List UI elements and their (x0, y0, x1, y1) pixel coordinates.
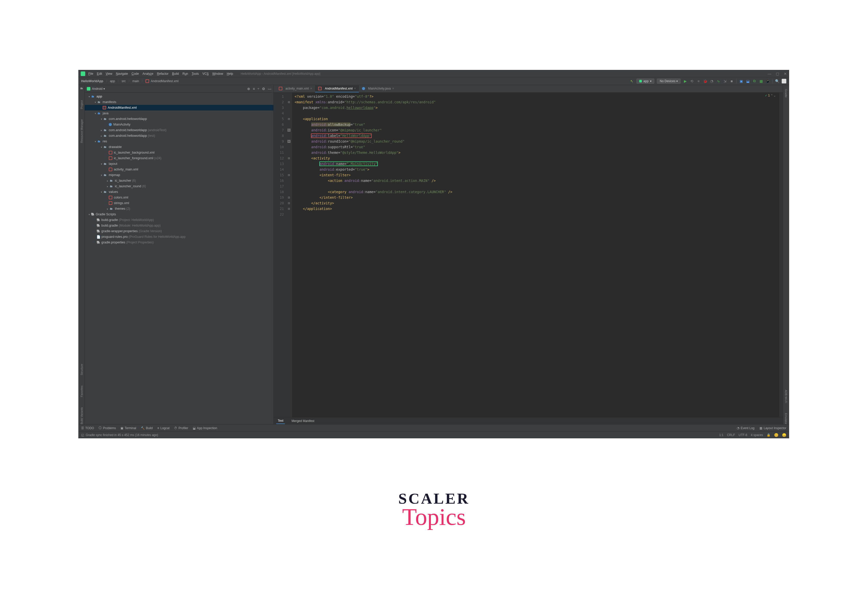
status-caret-pos[interactable]: 1:1 (719, 433, 723, 437)
project-tree[interactable]: ▾app ▾manifests AndroidManifest.xml ▾jav… (85, 93, 274, 424)
menu-run[interactable]: Run (183, 72, 188, 75)
close-icon[interactable]: ✕ (784, 72, 787, 76)
collapse-all-icon[interactable]: ÷ (257, 87, 259, 91)
left-tool-rail: 🖿 Project Resource Manager Structure Fav… (78, 85, 85, 424)
gutter-icons: ⊟⊟🖼🖼⊟⊟⊡⊡⊡ (286, 93, 292, 417)
device-explorer-icon[interactable]: 📱 (766, 79, 770, 83)
device-selector-combo[interactable]: No Devices ▾ (657, 78, 681, 84)
tw-build[interactable]: 🔨Build (141, 426, 153, 430)
menu-build[interactable]: Build (172, 72, 179, 75)
expand-all-icon[interactable]: ≡ (253, 87, 255, 91)
crumb-file[interactable]: AndroidManifest.xml (151, 79, 179, 83)
menu-tools[interactable]: Tools (192, 72, 199, 75)
apply-changes-icon[interactable]: ⟲ (690, 79, 694, 83)
android-studio-logo-icon (81, 71, 85, 76)
avd-manager-icon[interactable]: ▣ (739, 79, 743, 83)
code-editor[interactable]: 12345678910111213141516171819202122 ⊟⊟🖼🖼… (274, 93, 783, 417)
menu-navigate[interactable]: Navigate (116, 72, 128, 75)
tab-android-manifest[interactable]: AndroidManifest.xml× (315, 85, 359, 92)
navigation-bar: HelloWorldApp〉 app〉 src〉 main〉 AndroidMa… (78, 77, 789, 85)
tw-event-log[interactable]: ◔Event Log (737, 426, 754, 430)
coverage-icon[interactable]: ◔ (710, 79, 714, 83)
crumb-project[interactable]: HelloWorldApp (81, 79, 103, 83)
menu-file[interactable]: File (88, 72, 93, 75)
project-view-selector[interactable]: Android ▾ (92, 87, 105, 91)
code-content[interactable]: <?xml version="1.0" encoding="utf-8"?> <… (292, 93, 779, 417)
rail-adb-wifi[interactable]: ADB Wi-Fi (785, 390, 788, 403)
menu-refactor[interactable]: Refactor (157, 72, 169, 75)
face-happy-icon[interactable]: 😊 (774, 433, 778, 437)
tw-terminal[interactable]: ▣Terminal (120, 426, 136, 430)
tw-app-inspection[interactable]: ⬓App Inspection (193, 426, 217, 430)
lock-icon[interactable]: 🔒 (767, 433, 770, 437)
rail-project-icon[interactable]: 🖿 (80, 87, 83, 90)
menu-help[interactable]: Help (227, 72, 233, 75)
apply-code-icon[interactable]: ≡ (696, 79, 701, 83)
face-sad-icon[interactable]: 😞 (782, 433, 786, 437)
tw-problems[interactable]: ⓘProblems (99, 426, 116, 430)
settings-icon[interactable]: ⚙ (262, 87, 265, 91)
status-encoding[interactable]: UTF-8 (739, 433, 747, 437)
status-bar: ◱ Gradle sync finished in 45 s 452 ms (1… (78, 431, 789, 438)
hide-icon[interactable]: — (268, 87, 271, 91)
status-hide-windows-icon[interactable]: ◱ (81, 433, 84, 437)
bottom-tool-windows: ☰TODO ⓘProblems ▣Terminal 🔨Build ≡Logcat… (78, 424, 789, 431)
menu-analyze[interactable]: Analyze (142, 72, 154, 75)
debug-icon[interactable]: 🐞 (703, 79, 707, 83)
user-icon[interactable] (782, 79, 786, 83)
run-config-combo[interactable]: app ▾ (636, 78, 654, 84)
ide-window: File Edit View Navigate Code Analyze Ref… (78, 70, 789, 438)
tw-logcat[interactable]: ≡Logcat (157, 426, 170, 430)
tree-android-manifest[interactable]: AndroidManifest.xml (85, 105, 274, 111)
right-tool-rail: Gradle ADB Wi-Fi Emulator (783, 85, 789, 424)
rail-resource-manager[interactable]: Resource Manager (80, 119, 83, 143)
rail-project[interactable]: Project (80, 100, 83, 109)
tab-main-activity[interactable]: MainActivity.java× (359, 85, 397, 92)
make-project-icon[interactable]: ↖ (630, 79, 634, 83)
menu-window[interactable]: Window (212, 72, 223, 75)
main-menu[interactable]: File Edit View Navigate Code Analyze Ref… (88, 72, 233, 75)
rail-favorites[interactable]: Favorites (80, 385, 83, 397)
scaler-topics-logo: SCALER Topics (398, 490, 469, 530)
project-tool-window: Android ▾ ⊕ ≡ ÷ ⚙ — ▾app ▾manifests Andr… (85, 85, 274, 424)
tw-profiler[interactable]: ⏱Profiler (174, 426, 188, 430)
crumb-main[interactable]: main (132, 79, 139, 83)
crumb-app[interactable]: app (110, 79, 115, 83)
status-indent[interactable]: 4 spaces (751, 433, 763, 437)
tw-todo[interactable]: ☰TODO (81, 426, 94, 430)
menu-vcs[interactable]: VCS (203, 72, 209, 75)
profile-icon[interactable]: ∿ (716, 79, 720, 83)
maximize-icon[interactable]: ▢ (776, 72, 779, 76)
window-title: HelloWorldApp - AndroidManifest.xml [Hel… (241, 72, 320, 75)
rail-build-variants[interactable]: Build Variants (80, 407, 83, 424)
inspection-widget[interactable]: ✓ 1 ⌃⌄ (765, 94, 776, 97)
run-icon[interactable]: ▶ (683, 79, 687, 83)
tab-activity-main[interactable]: activity_main.xml× (276, 85, 315, 92)
layout-inspector-icon[interactable]: ▦ (759, 79, 763, 83)
menu-view[interactable]: View (106, 72, 112, 75)
locate-icon[interactable]: ⊕ (247, 87, 250, 91)
tick-icon: ✓ (765, 94, 767, 97)
rail-gradle[interactable]: Gradle (785, 89, 788, 97)
menu-code[interactable]: Code (132, 72, 139, 75)
menu-edit[interactable]: Edit (97, 72, 102, 75)
line-numbers: 12345678910111213141516171819202122 (274, 93, 286, 417)
status-line-sep[interactable]: CRLF (727, 433, 735, 437)
sdk-manager-icon[interactable]: ⬓ (746, 79, 750, 83)
editor-scrollbar[interactable] (779, 93, 783, 417)
rail-emulator[interactable]: Emulator (785, 413, 788, 424)
editor-tabs[interactable]: activity_main.xml× AndroidManifest.xml× … (274, 85, 783, 93)
rail-structure[interactable]: Structure (80, 364, 83, 375)
attach-debugger-icon[interactable]: ⇲ (723, 79, 727, 83)
status-message: Gradle sync finished in 45 s 452 ms (16 … (86, 433, 158, 437)
tw-layout-inspector[interactable]: ▦Layout Inspector (760, 426, 786, 430)
search-icon[interactable]: 🔍 (775, 79, 779, 83)
tab-text[interactable]: Text (276, 418, 285, 424)
crumb-src[interactable]: src (121, 79, 126, 83)
tab-merged-manifest[interactable]: Merged Manifest (290, 418, 316, 424)
minimize-icon[interactable]: — (767, 72, 771, 76)
xml-file-icon (145, 79, 149, 83)
stop-icon[interactable]: ■ (730, 79, 734, 83)
resource-manager-icon[interactable]: ⧉ (752, 79, 756, 83)
editor-bottom-tabs[interactable]: Text Merged Manifest (274, 417, 783, 424)
